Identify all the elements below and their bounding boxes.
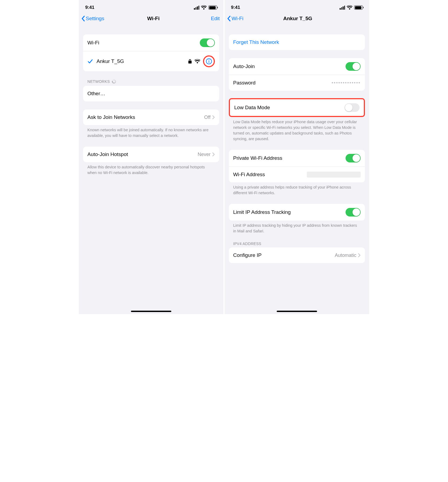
status-time: 9:41 bbox=[85, 5, 94, 10]
autojoin-hotspot-footer: Allow this device to automatically disco… bbox=[83, 162, 219, 176]
networks-header: NETWORKS bbox=[83, 79, 219, 86]
wifi-icon bbox=[201, 5, 207, 10]
configure-ip-label: Configure IP bbox=[233, 252, 262, 258]
back-label: Wi-Fi bbox=[232, 16, 243, 22]
status-bar: 9:41 bbox=[79, 0, 223, 13]
ask-to-join-row[interactable]: Ask to Join Networks Off bbox=[83, 109, 219, 125]
autojoin-hotspot-value: Never bbox=[198, 152, 211, 157]
password-value: ••••••••••••• bbox=[332, 80, 361, 86]
home-indicator[interactable] bbox=[277, 311, 317, 312]
wifi-label: Wi-Fi bbox=[87, 40, 99, 46]
back-label: Settings bbox=[86, 16, 104, 22]
configure-ip-value: Automatic bbox=[335, 253, 356, 258]
autojoin-label: Auto-Join bbox=[233, 63, 255, 69]
network-detail-screen: 9:41 Wi-Fi Ankur T_5G Forget This Networ… bbox=[224, 0, 369, 314]
cellular-icon bbox=[194, 6, 199, 10]
ipv4-header: IPV4 ADDRESS bbox=[229, 242, 365, 247]
forget-network-row[interactable]: Forget This Network bbox=[229, 34, 365, 50]
network-info-button[interactable] bbox=[203, 55, 215, 67]
nav-bar: Settings Wi-Fi Edit bbox=[79, 13, 223, 25]
status-icons bbox=[194, 5, 217, 10]
private-wifi-label: Private Wi-Fi Address bbox=[233, 155, 282, 161]
limit-ip-footer: Limit IP address tracking by hiding your… bbox=[229, 221, 365, 234]
other-label: Other… bbox=[87, 91, 105, 97]
autojoin-row: Auto-Join bbox=[229, 58, 365, 75]
low-data-mode-row: Low Data Mode bbox=[230, 99, 364, 116]
autojoin-hotspot-label: Auto-Join Hotspot bbox=[87, 151, 128, 157]
low-data-mode-toggle[interactable] bbox=[344, 103, 360, 112]
cellular-icon bbox=[340, 6, 345, 10]
chevron-left-icon bbox=[227, 16, 231, 22]
info-icon bbox=[206, 58, 212, 65]
password-row[interactable]: Password ••••••••••••• bbox=[229, 75, 365, 91]
back-button[interactable]: Wi-Fi bbox=[227, 16, 243, 22]
wifi-toggle[interactable] bbox=[200, 38, 215, 47]
wifi-settings-screen: 9:41 Settings Wi-Fi Edit Wi-Fi bbox=[79, 0, 224, 314]
connected-network-name: Ankur T_5G bbox=[97, 58, 124, 64]
limit-ip-toggle[interactable] bbox=[346, 208, 361, 217]
configure-ip-row[interactable]: Configure IP Automatic bbox=[229, 247, 365, 263]
wifi-address-label: Wi-Fi Address bbox=[233, 172, 265, 178]
spinner-icon bbox=[112, 79, 116, 84]
page-title: Ankur T_5G bbox=[243, 16, 352, 22]
limit-ip-row: Limit IP Address Tracking bbox=[229, 204, 365, 221]
chevron-left-icon bbox=[81, 16, 85, 22]
back-button[interactable]: Settings bbox=[81, 16, 104, 22]
ask-to-join-value: Off bbox=[204, 115, 211, 120]
limit-ip-label: Limit IP Address Tracking bbox=[233, 209, 291, 215]
status-time: 9:41 bbox=[231, 5, 240, 10]
status-icons bbox=[340, 5, 363, 10]
autojoin-hotspot-row[interactable]: Auto-Join Hotspot Never bbox=[83, 147, 219, 162]
svg-rect-2 bbox=[209, 61, 209, 63]
battery-icon bbox=[354, 5, 363, 10]
connected-network-row[interactable]: Ankur T_5G bbox=[83, 51, 219, 71]
low-data-mode-footer: Low Data Mode helps reduce your iPhone d… bbox=[229, 117, 365, 142]
autojoin-toggle[interactable] bbox=[346, 62, 361, 71]
low-data-mode-label: Low Data Mode bbox=[234, 105, 270, 111]
ask-to-join-footer: Known networks will be joined automatica… bbox=[83, 125, 219, 139]
password-label: Password bbox=[233, 80, 255, 86]
battery-icon bbox=[208, 5, 217, 10]
svg-point-1 bbox=[209, 60, 209, 61]
private-wifi-toggle[interactable] bbox=[346, 154, 361, 162]
home-indicator[interactable] bbox=[131, 311, 171, 312]
private-wifi-footer: Using a private address helps reduce tra… bbox=[229, 182, 365, 196]
page-title: Wi-Fi bbox=[104, 16, 202, 22]
wifi-toggle-row: Wi-Fi bbox=[83, 34, 219, 51]
chevron-right-icon bbox=[358, 253, 361, 257]
lock-icon bbox=[188, 59, 192, 63]
chevron-right-icon bbox=[212, 115, 215, 119]
wifi-address-row[interactable]: Wi-Fi Address bbox=[229, 166, 365, 182]
wifi-signal-icon bbox=[194, 59, 200, 64]
other-network-row[interactable]: Other… bbox=[83, 86, 219, 101]
edit-button[interactable]: Edit bbox=[202, 16, 220, 22]
wifi-address-value bbox=[307, 172, 361, 178]
ask-to-join-label: Ask to Join Networks bbox=[87, 114, 135, 120]
chevron-right-icon bbox=[212, 152, 215, 157]
status-bar: 9:41 bbox=[225, 0, 369, 13]
wifi-icon bbox=[347, 5, 353, 10]
nav-bar: Wi-Fi Ankur T_5G bbox=[225, 13, 369, 25]
forget-network-label: Forget This Network bbox=[233, 39, 279, 45]
checkmark-icon bbox=[87, 59, 93, 64]
private-wifi-row: Private Wi-Fi Address bbox=[229, 150, 365, 166]
